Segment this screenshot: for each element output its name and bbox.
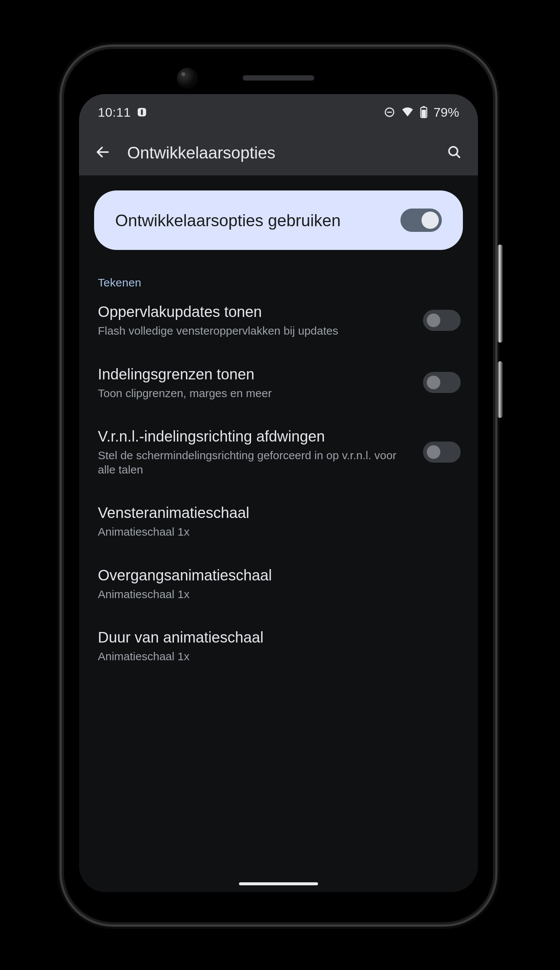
master-toggle-switch[interactable]	[400, 208, 442, 232]
setting-title: Indelingsgrenzen tonen	[98, 365, 408, 383]
screen: 10:11 79%	[79, 94, 478, 892]
gesture-nav-handle[interactable]	[239, 882, 318, 885]
setting-title: V.r.n.l.-indelingsrichting afdwingen	[98, 427, 408, 445]
setting-row-layout-bounds[interactable]: Indelingsgrenzen tonen Toon clipgrenzen,…	[94, 352, 463, 414]
back-button[interactable]	[90, 140, 116, 166]
setting-subtitle: Stel de schermindelingsrichting geforcee…	[98, 448, 408, 477]
dnd-icon	[384, 107, 395, 118]
setting-row-window-animation-scale[interactable]: Vensteranimatieschaal Animatieschaal 1x	[94, 490, 463, 553]
toggle-switch[interactable]	[423, 442, 461, 463]
svg-rect-6	[422, 110, 426, 117]
battery-icon	[420, 106, 428, 118]
toggle-switch[interactable]	[423, 310, 461, 331]
setting-subtitle: Animatieschaal 1x	[98, 525, 461, 539]
status-bar: 10:11 79%	[79, 94, 478, 130]
setting-subtitle: Toon clipgrenzen, marges en meer	[98, 386, 408, 400]
power-button	[498, 245, 503, 343]
setting-row-surface-updates[interactable]: Oppervlakupdates tonen Flash volledige v…	[94, 289, 463, 352]
setting-subtitle: Animatieschaal 1x	[98, 649, 461, 663]
wifi-icon	[401, 107, 414, 118]
front-camera	[177, 68, 198, 89]
status-battery-text: 79%	[433, 105, 459, 120]
setting-title: Oppervlakupdates tonen	[98, 303, 408, 321]
app-bar: Ontwikkelaarsopties	[79, 130, 478, 175]
master-toggle-label: Ontwikkelaarsopties gebruiken	[115, 210, 341, 231]
setting-row-transition-animation-scale[interactable]: Overgangsanimatieschaal Animatieschaal 1…	[94, 553, 463, 615]
setting-subtitle: Flash volledige vensteroppervlakken bij …	[98, 324, 408, 338]
setting-title: Vensteranimatieschaal	[98, 503, 461, 522]
developer-options-master-toggle-row[interactable]: Ontwikkelaarsopties gebruiken	[94, 190, 463, 250]
setting-title: Duur van animatieschaal	[98, 628, 461, 646]
content-scroll[interactable]: Ontwikkelaarsopties gebruiken Tekenen Op…	[79, 175, 478, 677]
search-button[interactable]	[441, 140, 467, 166]
setting-subtitle: Animatieschaal 1x	[98, 587, 461, 602]
notification-indicator-icon	[136, 107, 148, 118]
setting-row-animator-duration-scale[interactable]: Duur van animatieschaal Animatieschaal 1…	[94, 615, 463, 677]
volume-button	[498, 362, 503, 418]
svg-rect-1	[141, 110, 143, 115]
section-header-drawing: Tekenen	[94, 276, 463, 289]
app-bar-title: Ontwikkelaarsopties	[127, 143, 430, 162]
search-icon	[446, 144, 462, 162]
setting-row-force-rtl[interactable]: V.r.n.l.-indelingsrichting afdwingen Ste…	[94, 414, 463, 490]
phone-frame: 10:11 79%	[64, 49, 493, 922]
svg-line-9	[457, 154, 460, 157]
phone-speaker	[243, 75, 314, 80]
status-time: 10:11	[98, 105, 131, 120]
back-arrow-icon	[95, 144, 111, 162]
setting-title: Overgangsanimatieschaal	[98, 566, 461, 584]
toggle-switch[interactable]	[423, 372, 461, 393]
